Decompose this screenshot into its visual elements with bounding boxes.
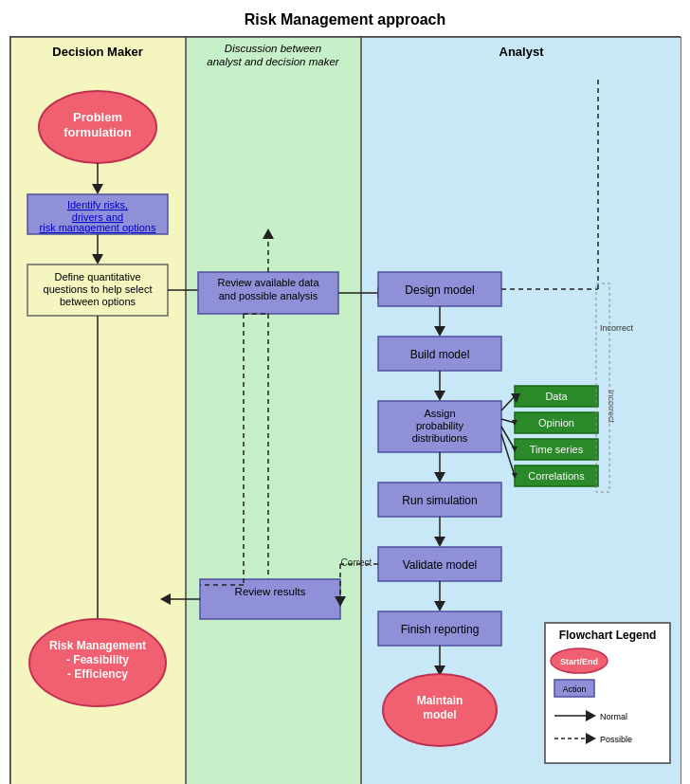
assign-prob-text: Assign	[424, 408, 455, 419]
review-available-text: Review available data	[217, 277, 319, 288]
risk-management-text: Risk Management	[49, 639, 146, 652]
correlations-text: Correlations	[528, 470, 585, 482]
svg-text:between options: between options	[60, 296, 136, 307]
svg-text:probability: probability	[416, 420, 464, 431]
svg-text:model: model	[423, 708, 456, 721]
review-results-text: Review results	[235, 586, 306, 597]
svg-text:formulation: formulation	[64, 125, 132, 139]
decision-header: Decision Maker	[52, 45, 142, 59]
maintain-model-text: Maintain	[417, 694, 463, 707]
svg-text:risk management options: risk management options	[40, 222, 156, 233]
svg-rect-1	[186, 37, 361, 784]
data-text: Data	[545, 391, 568, 402]
svg-text:- Feasibility: - Feasibility	[66, 653, 129, 666]
page-title: Risk Management approach	[0, 0, 690, 36]
diagram-svg: Decision Maker Discussion between analys…	[10, 37, 681, 784]
incorrect-label: Incorrect	[607, 390, 616, 424]
legend-normal-text: Normal	[600, 712, 627, 721]
legend-action-text: Action	[562, 684, 586, 694]
svg-text:and possible analysis: and possible analysis	[219, 290, 318, 301]
analyst-header: Analyst	[499, 45, 545, 59]
identify-risks-text: Identify risks,	[67, 199, 128, 210]
legend-possible-text: Possible	[600, 735, 632, 744]
build-model-text: Build model	[410, 348, 470, 361]
svg-text:Incorrect: Incorrect	[600, 323, 634, 333]
discussion-header-line2: analyst and decision maker	[207, 56, 340, 67]
define-questions-text: Define quantitative	[54, 271, 140, 283]
correct-label: Correct	[341, 557, 372, 568]
validate-model-text: Validate model	[403, 558, 478, 572]
problem-formulation-text: Problem	[73, 110, 122, 124]
discussion-header-line1: Discussion between	[225, 43, 321, 54]
diagram: Decision Maker Discussion between analys…	[9, 36, 681, 784]
legend-startend-text: Start/End	[560, 657, 598, 666]
opinion-text: Opinion	[538, 417, 574, 428]
svg-text:distributions: distributions	[412, 432, 468, 444]
design-model-text: Design model	[405, 283, 474, 297]
svg-text:- Efficiency: - Efficiency	[67, 667, 128, 681]
time-series-text: Time series	[530, 444, 584, 455]
svg-text:questions to help select: questions to help select	[44, 283, 153, 295]
run-simulation-text: Run simulation	[402, 494, 477, 507]
legend-title: Flowchart Legend	[559, 629, 657, 642]
finish-reporting-text: Finish reporting	[401, 623, 480, 636]
